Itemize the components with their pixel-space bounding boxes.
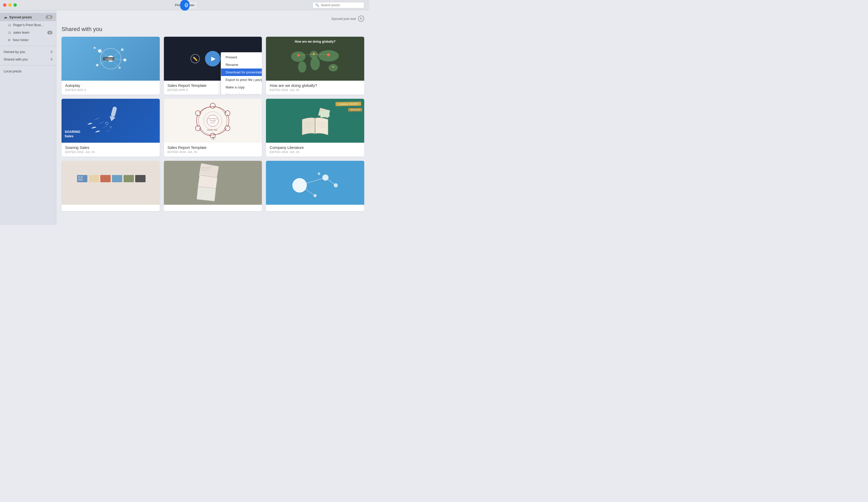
- prezi-info-bottom1: [62, 205, 160, 211]
- svg-text:Autoplay: Autoplay: [105, 58, 112, 60]
- svg-point-20: [310, 57, 320, 70]
- new-folder-label: New folder: [13, 38, 29, 42]
- cloud-icon: ☁: [4, 15, 7, 19]
- sr2-svg: Sales Report Template Mr. Tea: [189, 100, 236, 141]
- prezi-date-autoplay: EDITED NOV 3.: [65, 89, 156, 92]
- context-menu-export[interactable]: Export to prezi file (.pez): [221, 76, 262, 83]
- sync-icon[interactable]: ↻: [358, 16, 364, 22]
- prezi-card-company-lit[interactable]: Company Literature: [266, 99, 364, 157]
- new-prezi-button[interactable]: + New prezi: [180, 0, 189, 11]
- search-icon: 🔍: [316, 3, 319, 7]
- prezi-date-soaring: EDITED 2016. JUL 19.: [65, 151, 156, 154]
- svg-rect-66: [78, 176, 80, 178]
- prezi-info-autoplay: Autoplay EDITED NOV 3.: [62, 81, 160, 95]
- svg-rect-67: [81, 176, 83, 178]
- svg-point-80: [334, 183, 338, 187]
- context-menu-copy[interactable]: Make a copy: [221, 83, 262, 91]
- soaring-svg: [72, 99, 149, 143]
- new-folder-item[interactable]: ⊕ New folder: [0, 36, 56, 44]
- titlebar: Prezi Classic + New prezi 🔍: [0, 0, 369, 10]
- prezi-card-bottom2[interactable]: [164, 161, 262, 211]
- prezi-date-company-lit: EDITED 2016. JUL 19.: [270, 151, 361, 154]
- sidebar-item-sales-team[interactable]: 🗂 sales team 4: [0, 29, 56, 36]
- sync-status: Synced just now ↻: [62, 16, 364, 22]
- svg-rect-59: [320, 110, 330, 117]
- shared-with-you-label: Shared with you: [4, 58, 51, 61]
- prezi-info-company-lit: Company Literature EDITED 2016. JUL 19.: [266, 143, 364, 157]
- svg-point-47: [195, 126, 200, 131]
- section-label: Shared with you: [62, 26, 364, 33]
- prezi-card-soaring[interactable]: SOARINGSales Soaring Sales EDITED 2016. …: [62, 99, 160, 157]
- search-bar[interactable]: 🔍: [312, 2, 364, 8]
- minimize-button[interactable]: [8, 3, 12, 7]
- sidebar-item-owned-by-you[interactable]: Owned by you 8: [0, 48, 56, 55]
- svg-point-33: [105, 122, 108, 125]
- search-input[interactable]: [321, 3, 361, 7]
- year-badge: 2015-2016: [348, 108, 362, 111]
- prezi-thumbnail-bottom3: [266, 161, 364, 205]
- prezi-info-global: How are we doing globally? EDITED 2016. …: [266, 81, 364, 95]
- context-menu-present[interactable]: Present: [221, 53, 262, 61]
- context-menu-move-synced: Move to Synced prezis: [221, 91, 262, 95]
- prezi-card-bottom1[interactable]: [62, 161, 160, 211]
- local-prezis-label: Local prezis: [4, 69, 52, 73]
- svg-point-46: [225, 111, 230, 116]
- prezi-info-bottom3: [266, 205, 364, 211]
- svg-rect-68: [78, 178, 83, 181]
- context-menu: Present Rename Download for presentation…: [221, 52, 262, 95]
- app-layout: ☁ Synced prezis 16 🗂 Roger's Prezi Busi.…: [0, 10, 369, 225]
- sidebar-item-shared-with-you[interactable]: Shared with you 8: [0, 55, 56, 63]
- synced-prezis-header[interactable]: ☁ Synced prezis 16: [0, 13, 56, 21]
- svg-point-48: [225, 126, 230, 131]
- svg-marker-29: [93, 117, 100, 121]
- sidebar-item-local-prezis[interactable]: Local prezis: [0, 68, 56, 75]
- autoplay-svg: Autoplay: [82, 41, 139, 77]
- svg-point-78: [292, 178, 307, 193]
- prezi-date-global: EDITED 2016. JUL 25.: [270, 89, 361, 92]
- owned-by-you-label: Owned by you: [4, 50, 51, 54]
- new-prezi-label: New prezi: [189, 1, 197, 9]
- global-map: How are we doing globally?: [266, 37, 364, 81]
- svg-rect-63: [112, 175, 122, 182]
- synced-prezis-badge: 16: [46, 15, 52, 19]
- company-lit-badge: Company Literature: [335, 102, 361, 106]
- folder-icon: 🗂: [8, 23, 11, 27]
- plus-circle-icon: +: [185, 3, 188, 7]
- prezi-thumbnail-sales-report-2: Sales Report Template Mr. Tea: [164, 99, 262, 143]
- plus-icon: ⊕: [8, 38, 11, 42]
- prezi-card-autoplay[interactable]: Autoplay Autoplay EDITED NOV 3.: [62, 37, 160, 95]
- folder-icon: 🗂: [8, 31, 11, 34]
- close-button[interactable]: [3, 3, 7, 7]
- prezi-card-global[interactable]: How are we doing globally?: [266, 37, 364, 95]
- prezi-title-sales-report-2: Sales Report Template: [167, 145, 258, 150]
- svg-rect-71: [197, 186, 216, 201]
- context-menu-download[interactable]: Download for presentation: [221, 69, 262, 76]
- bottom3-svg: [279, 162, 351, 203]
- global-map-svg: [284, 45, 346, 76]
- svg-text:☕: ☕: [211, 136, 216, 140]
- prezi-thumbnail-soaring: SOARINGSales: [62, 99, 160, 143]
- prezi-card-bottom3[interactable]: [266, 161, 364, 211]
- sync-status-text: Synced just now: [331, 17, 356, 21]
- prezi-title-autoplay: Autoplay: [65, 83, 156, 88]
- svg-text:Quarter Year: Quarter Year: [207, 129, 217, 131]
- prezi-info-sales-report-2: Sales Report Template EDITED 2016. JUL 1…: [164, 143, 262, 157]
- sidebar-item-roger-folder[interactable]: 🗂 Roger's Prezi Busi...: [0, 21, 56, 29]
- prezi-card-sales-report-1[interactable]: ✏️ ▶ ☰ Sales Report Template EDITED APR …: [164, 37, 262, 95]
- context-menu-rename[interactable]: Rename: [221, 61, 262, 69]
- svg-point-79: [322, 174, 329, 181]
- svg-marker-31: [102, 125, 108, 129]
- roger-folder-label: Roger's Prezi Busi...: [13, 23, 43, 27]
- prezi-card-sales-report-2[interactable]: Sales Report Template Mr. Tea: [164, 99, 262, 157]
- svg-point-81: [313, 194, 317, 197]
- bottom1-svg: [74, 162, 147, 203]
- svg-text:Sales Report: Sales Report: [208, 118, 217, 120]
- prezi-info-soaring: Soaring Sales EDITED 2016. JUL 19.: [62, 143, 160, 157]
- svg-marker-32: [105, 129, 112, 132]
- prezi-thumbnail-bottom2: [164, 161, 262, 205]
- maximize-button[interactable]: [13, 3, 17, 7]
- play-button[interactable]: ▶: [205, 51, 220, 66]
- svg-rect-65: [135, 175, 146, 182]
- sales-team-label: sales team: [13, 31, 30, 34]
- prezi-title-company-lit: Company Literature: [270, 145, 361, 150]
